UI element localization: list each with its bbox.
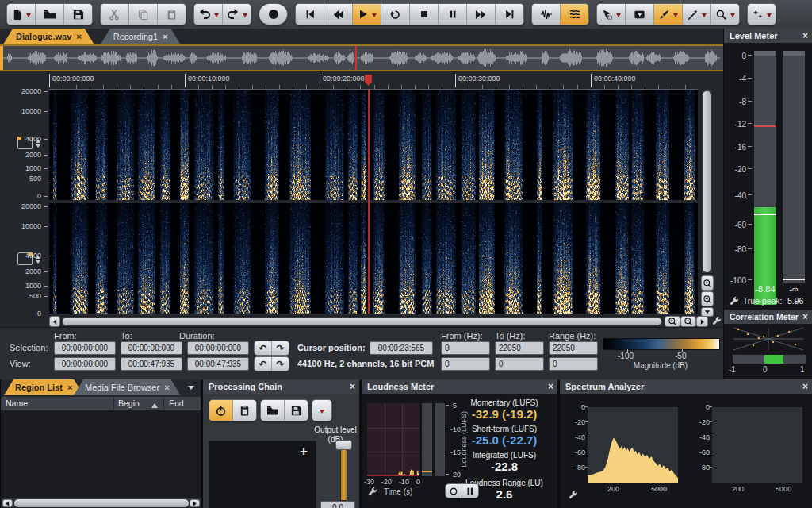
selection-undo-button[interactable]: ↶: [255, 341, 271, 355]
save-file-button[interactable]: [63, 4, 92, 25]
magic-wand-tool-button[interactable]: [682, 4, 710, 25]
close-icon[interactable]: ×: [164, 383, 169, 392]
tab-media-file-browser[interactable]: Media File Browser×: [74, 379, 181, 395]
loop-playback-button[interactable]: [381, 4, 409, 25]
open-file-button[interactable]: [35, 4, 63, 25]
view-to-field[interactable]: 00:00:47:935: [121, 357, 182, 371]
close-icon[interactable]: ×: [802, 379, 808, 394]
loudness-reset-button[interactable]: [446, 484, 462, 498]
dropdown-arrow-icon[interactable]: [243, 13, 247, 20]
selection-redo-button[interactable]: ↷: [271, 341, 289, 355]
horizontal-scrollbar[interactable]: [61, 316, 663, 327]
zoom-out-horizontal-button[interactable]: [680, 316, 696, 327]
loudness-settings-wrench-icon[interactable]: [367, 486, 377, 500]
spectrogram-channel-1[interactable]: [49, 90, 698, 200]
dropdown-arrow-icon[interactable]: [26, 13, 31, 20]
close-icon[interactable]: ×: [76, 32, 81, 41]
timeline-ruler[interactable]: 00:00:00:00000:00:10:00000:00:20:00000:0…: [49, 73, 698, 90]
vertical-scrollbar-thumb[interactable]: [703, 91, 711, 272]
loudness-pause-button[interactable]: [462, 484, 478, 498]
processing-chain-list[interactable]: +: [209, 441, 316, 508]
output-level-slider[interactable]: [340, 447, 347, 501]
region-list-body[interactable]: [1, 410, 201, 498]
chain-paste-button[interactable]: [232, 400, 256, 421]
go-to-end-button[interactable]: [495, 4, 523, 25]
rewind-button[interactable]: [324, 4, 352, 25]
output-level-value[interactable]: 0.0: [320, 501, 355, 508]
close-icon[interactable]: ×: [802, 29, 808, 43]
undo-button[interactable]: [194, 4, 222, 25]
close-icon[interactable]: ×: [350, 379, 355, 394]
record-button[interactable]: [259, 4, 287, 25]
region-list-scrollbar[interactable]: [1, 498, 201, 508]
chain-menu-button[interactable]: [312, 400, 331, 421]
dropdown-arrow-icon[interactable]: [702, 13, 707, 20]
output-level-slider-handle[interactable]: [335, 440, 352, 450]
to-hz-field-1[interactable]: 22050: [495, 341, 544, 355]
fast-forward-button[interactable]: [466, 4, 495, 25]
view-duration-field[interactable]: 00:00:47:935: [187, 357, 249, 371]
to-hz-field-2[interactable]: 0: [495, 357, 544, 371]
redo-button[interactable]: [222, 4, 251, 25]
selection-from-field[interactable]: 00:00:00:000: [54, 341, 116, 355]
range-hz-field-1[interactable]: 22050: [549, 341, 598, 355]
zoom-in-vertical-button[interactable]: [701, 275, 714, 291]
overview-waveform-canvas[interactable]: [3, 46, 720, 70]
chain-save-button[interactable]: [284, 400, 308, 421]
dropdown-arrow-icon[interactable]: [616, 13, 621, 20]
paste-button[interactable]: [157, 4, 186, 25]
brush-tool-button[interactable]: [653, 4, 682, 25]
stop-button[interactable]: [409, 4, 438, 25]
column-end[interactable]: End: [169, 397, 184, 410]
view-from-field[interactable]: 00:00:00:000: [54, 357, 116, 371]
dropdown-arrow-icon[interactable]: [730, 13, 735, 20]
effects-tool-button[interactable]: [748, 4, 776, 25]
from-hz-field-2[interactable]: 0: [441, 357, 490, 371]
from-hz-field-1[interactable]: 0: [441, 341, 490, 355]
range-hz-field-2[interactable]: 0: [549, 357, 598, 371]
column-name[interactable]: Name: [6, 397, 28, 410]
tab-dialogue-wav[interactable]: Dialogue.wav×: [3, 29, 94, 44]
cursor-position-field[interactable]: 00:00:23:565: [370, 341, 433, 355]
overview-view-marker[interactable]: [0, 46, 3, 70]
spectrogram-view-button[interactable]: [560, 4, 588, 25]
view-redo-button[interactable]: ↷: [271, 357, 289, 371]
spectrogram-channel-2[interactable]: [49, 203, 698, 314]
add-effect-button[interactable]: +: [300, 444, 308, 460]
close-icon[interactable]: ×: [802, 310, 808, 324]
zoom-tool-button[interactable]: [710, 4, 739, 25]
view-undo-button[interactable]: ↶: [255, 357, 271, 371]
chain-open-button[interactable]: [261, 400, 284, 421]
region-selection-tool-button[interactable]: [625, 4, 653, 25]
panel-menu-dropdown-icon[interactable]: [188, 386, 194, 393]
dropdown-arrow-icon[interactable]: [214, 13, 219, 20]
close-icon[interactable]: ×: [163, 32, 167, 41]
tab-recording1[interactable]: Recording1×: [101, 29, 181, 44]
zoom-in-horizontal-button[interactable]: [665, 316, 680, 327]
go-to-start-button[interactable]: [296, 4, 324, 25]
dropdown-arrow-icon[interactable]: [673, 13, 678, 20]
dropdown-arrow-icon[interactable]: [767, 13, 772, 20]
pause-button[interactable]: [438, 4, 466, 25]
selection-duration-field[interactable]: 00:00:00:000: [187, 341, 249, 355]
dropdown-arrow-icon[interactable]: [372, 13, 377, 20]
close-icon[interactable]: ×: [548, 379, 553, 394]
new-file-button[interactable]: [7, 4, 35, 25]
copy-button[interactable]: [128, 4, 157, 25]
vertical-scrollbar[interactable]: [701, 90, 713, 274]
play-button[interactable]: [352, 4, 381, 25]
chain-power-button[interactable]: [209, 400, 232, 421]
spectrum-settings-wrench-icon[interactable]: [568, 489, 578, 503]
waveform-overview[interactable]: [0, 44, 723, 71]
scroll-left-button[interactable]: [49, 316, 60, 327]
region-list-scrollbar-thumb[interactable]: [14, 499, 189, 507]
cut-button[interactable]: [101, 4, 128, 25]
horizontal-scrollbar-thumb[interactable]: [63, 318, 661, 325]
close-icon[interactable]: ×: [67, 383, 72, 392]
scroll-right-button[interactable]: [696, 316, 708, 327]
zoom-out-vertical-button[interactable]: [701, 291, 714, 306]
tab-region-list[interactable]: Region List×: [4, 379, 83, 395]
waveform-view-button[interactable]: [532, 4, 560, 25]
column-begin[interactable]: Begin: [118, 397, 140, 410]
selection-to-field[interactable]: 00:00:00:000: [121, 341, 182, 355]
